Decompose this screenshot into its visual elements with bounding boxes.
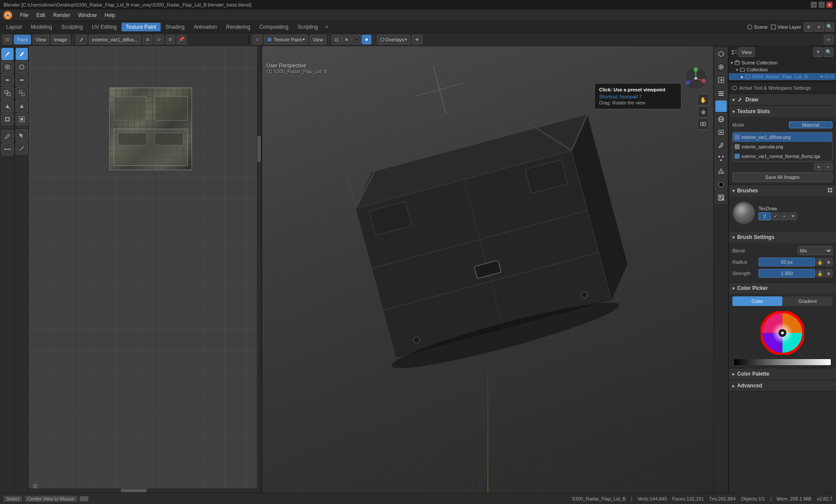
tool-smear[interactable] (1, 74, 13, 86)
tab-uv-editing[interactable]: UV Editing (88, 23, 121, 31)
tab-animation[interactable]: Animation (189, 23, 221, 31)
maximize-button[interactable]: □ (819, 2, 825, 8)
tab-rendering[interactable]: Rendering (222, 23, 254, 31)
vp-view-menu[interactable]: View (310, 35, 326, 44)
engine-select[interactable] (804, 22, 813, 32)
menu-help[interactable]: Help (101, 11, 119, 19)
advanced-header[interactable]: ▸ Advanced (729, 380, 836, 391)
uv-filename[interactable]: exterior_var1_diffus... (89, 35, 141, 44)
properties-object-data[interactable] (715, 48, 727, 60)
outliner-filter[interactable] (813, 47, 823, 57)
minimize-button[interactable]: ─ (811, 2, 817, 8)
strength-sensitivity[interactable]: ⊕ (825, 269, 833, 277)
strength-field[interactable]: 1.000 (758, 269, 815, 278)
menu-edit[interactable]: Edit (33, 11, 49, 19)
vp-material[interactable] (352, 35, 361, 44)
uv-tool-draw[interactable] (76, 35, 87, 44)
vp-mode-select[interactable]: Texture Paint ▾ (264, 35, 308, 44)
tab-texture-paint[interactable]: Texture Paint (121, 23, 161, 31)
brush-delete[interactable]: ✕ (789, 212, 797, 220)
mode-value[interactable]: Material (789, 121, 833, 128)
properties-output[interactable] (715, 74, 727, 86)
uv-tool-annotate[interactable] (16, 142, 28, 155)
strength-lock[interactable]: 🔓 (816, 269, 824, 277)
uv-save-image[interactable] (165, 35, 175, 44)
vp-gizmos[interactable] (412, 35, 422, 44)
uv-editor-type[interactable] (3, 35, 12, 44)
uv-image-menu[interactable]: Image (51, 35, 71, 44)
save-all-images-btn[interactable]: Save All Images (732, 172, 833, 182)
texture-slot-add[interactable]: + (814, 163, 823, 171)
tab-layout[interactable]: Layout (2, 23, 26, 31)
brush-settings-header[interactable]: ▾ Brush Settings (729, 232, 836, 243)
navigation-gizmo[interactable] (683, 65, 709, 91)
viewport[interactable]: User Perspective (1) S300_Radar_Flap_Lid… (262, 46, 713, 493)
vp-xray[interactable] (824, 35, 833, 44)
blend-select[interactable]: Mix Add Multiply (798, 246, 833, 255)
color-picker-header[interactable]: ▾ Color Picker (729, 282, 836, 294)
brightness-strip[interactable] (734, 359, 831, 365)
vp-rendered[interactable] (362, 35, 371, 44)
tab-shading[interactable]: Shading (161, 23, 189, 31)
scene-selector[interactable]: Scene (754, 24, 768, 30)
close-button[interactable]: ✕ (826, 2, 833, 8)
status-center-view[interactable]: Center View to Mouse (25, 496, 77, 502)
uv-tool-smear[interactable] (16, 74, 28, 86)
status-select[interactable]: Select (3, 496, 22, 502)
outliner-search[interactable]: 🔍 (824, 47, 833, 57)
texture-slot-normal[interactable]: exterior_var1_normal_Normal_Bump.tga (733, 151, 832, 161)
vp-zoom-in[interactable]: ⊕ (698, 106, 709, 118)
tool-measure[interactable] (1, 143, 13, 155)
uv-tool-mask[interactable] (16, 113, 28, 125)
menu-render[interactable]: Render (50, 11, 74, 19)
radius-sensitivity[interactable]: ⊕ (825, 258, 833, 266)
uv-tool-draw[interactable] (16, 48, 28, 60)
tool-draw[interactable] (1, 48, 13, 60)
vp-hand-tool[interactable]: ✋ (698, 94, 709, 105)
tool-fill[interactable] (1, 100, 13, 112)
render-button[interactable] (814, 22, 824, 32)
color-tab-gradient[interactable]: Gradient (783, 296, 833, 306)
tool-annotate[interactable] (1, 130, 13, 142)
outliner-scene-collection[interactable]: ▾ Scene Collection (729, 59, 836, 66)
tool-soften[interactable] (1, 61, 13, 73)
properties-view-layer[interactable] (715, 87, 727, 99)
properties-material[interactable] (715, 178, 727, 191)
properties-particles[interactable] (715, 152, 727, 165)
properties-world[interactable] (715, 113, 727, 125)
uv-tool-soften[interactable] (16, 61, 28, 73)
properties-scene[interactable] (715, 100, 727, 112)
tab-modeling[interactable]: Modeling (27, 23, 57, 31)
properties-texture[interactable] (715, 192, 727, 204)
vp-overlays[interactable]: Overlays ▾ (377, 35, 410, 44)
uv-canvas[interactable] (29, 46, 261, 493)
brush-pin[interactable]: ✓ (772, 212, 779, 220)
radius-lock[interactable]: 🔓 (816, 258, 824, 266)
uv-view-menu[interactable]: View (33, 35, 49, 44)
vp-solid[interactable] (342, 35, 351, 44)
tab-compositing[interactable]: Compositing (255, 23, 293, 31)
tool-mask[interactable] (1, 113, 13, 125)
uv-paint-mode[interactable]: Paint (14, 35, 31, 44)
brushes-expand[interactable] (827, 188, 833, 194)
outliner-object[interactable]: ▸ S300_Radar_Flap_Lid_B (729, 73, 836, 80)
vp-wireframe[interactable] (332, 35, 341, 44)
view-layer-selector[interactable]: View Layer (778, 24, 801, 30)
properties-physics[interactable] (715, 165, 727, 178)
uv-new-image[interactable] (143, 35, 152, 44)
tab-sculpting[interactable]: Sculpting (57, 23, 87, 31)
vp-editor-type[interactable] (253, 35, 262, 44)
outliner-collection[interactable]: ▾ Collection (729, 66, 836, 73)
menu-window[interactable]: Window (74, 11, 100, 19)
uv-tool-fill[interactable] (16, 100, 28, 112)
tab-add[interactable]: + (323, 23, 331, 31)
radius-field[interactable]: 50 px (758, 258, 815, 266)
uv-tool-clone[interactable] (16, 87, 28, 99)
properties-object[interactable] (715, 126, 727, 138)
color-palette-header[interactable]: ▸ Color Palette (729, 368, 836, 380)
properties-modifier[interactable] (715, 139, 727, 151)
properties-render[interactable] (715, 61, 727, 73)
search-button[interactable]: 🔍 (825, 22, 834, 32)
uv-open-image[interactable] (154, 35, 164, 44)
texture-slot-diffuse[interactable]: exterior_var1_diffuse.png (733, 132, 832, 142)
